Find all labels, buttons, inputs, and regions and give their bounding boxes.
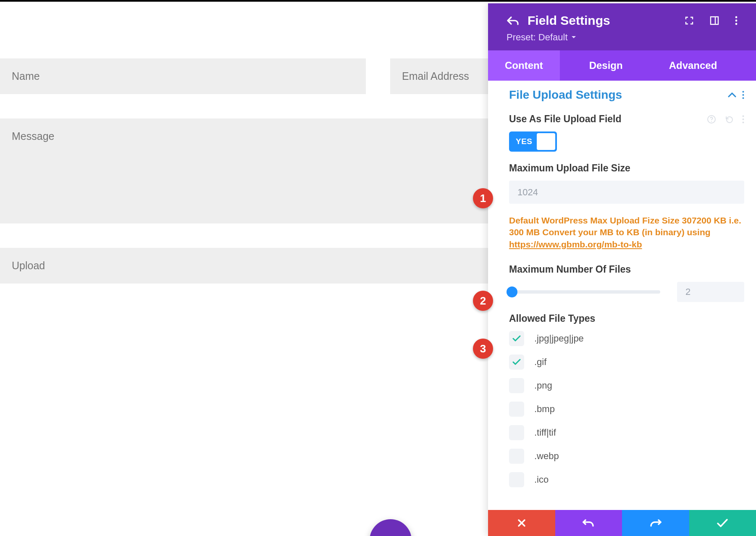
hint-link[interactable]: https://www.gbmb.org/mb-to-kb bbox=[509, 239, 642, 249]
redo-button[interactable] bbox=[622, 510, 689, 536]
file-type-label: .bmp bbox=[534, 404, 555, 415]
svg-point-2 bbox=[735, 16, 738, 18]
file-type-row[interactable]: .png bbox=[509, 378, 744, 393]
file-type-checkbox[interactable] bbox=[509, 449, 524, 464]
panel-header: Field Settings Preset: Default bbox=[488, 3, 756, 50]
file-type-label: .gif bbox=[534, 357, 546, 368]
svg-rect-0 bbox=[711, 17, 718, 24]
file-type-label: .jpg|jpeg|jpe bbox=[534, 333, 584, 344]
file-type-checkbox[interactable] bbox=[509, 331, 524, 346]
file-type-row[interactable]: .bmp bbox=[509, 402, 744, 417]
panel-action-bar bbox=[488, 510, 756, 536]
preset-selector[interactable]: Preset: Default bbox=[507, 32, 738, 43]
section-title: File Upload Settings bbox=[509, 88, 622, 102]
file-type-row[interactable]: .ico bbox=[509, 472, 744, 487]
svg-point-6 bbox=[743, 94, 744, 96]
file-type-label: .png bbox=[534, 380, 552, 391]
svg-point-11 bbox=[743, 118, 744, 120]
tab-design[interactable]: Design bbox=[572, 50, 640, 81]
file-type-checkbox[interactable] bbox=[509, 402, 524, 417]
file-type-row[interactable]: .jpg|jpeg|jpe bbox=[509, 331, 744, 346]
reset-icon[interactable] bbox=[724, 115, 734, 124]
svg-point-3 bbox=[735, 20, 738, 22]
option-more-icon[interactable] bbox=[742, 115, 744, 124]
file-type-row[interactable]: .tiff|tif bbox=[509, 425, 744, 440]
annotation-badge-1: 1 bbox=[473, 188, 493, 208]
max-files-slider[interactable] bbox=[509, 290, 660, 294]
file-type-label: .tiff|tif bbox=[534, 427, 556, 438]
panel-tabs: Content Design Advanced bbox=[488, 50, 756, 81]
more-icon[interactable] bbox=[735, 16, 738, 25]
slider-thumb[interactable] bbox=[507, 286, 517, 297]
preset-label: Preset: Default bbox=[507, 32, 568, 43]
file-type-row[interactable]: .gif bbox=[509, 355, 744, 370]
help-icon[interactable] bbox=[707, 115, 716, 124]
use-as-file-upload-label: Use As File Upload Field bbox=[509, 113, 622, 125]
expand-icon[interactable] bbox=[685, 16, 694, 25]
svg-point-5 bbox=[743, 91, 744, 93]
collapse-icon[interactable] bbox=[728, 92, 736, 97]
file-type-label: .ico bbox=[534, 474, 549, 485]
svg-point-9 bbox=[711, 121, 712, 122]
max-upload-size-label: Maximum Upload File Size bbox=[509, 163, 630, 174]
tab-advanced[interactable]: Advanced bbox=[652, 50, 734, 81]
max-files-value[interactable] bbox=[677, 282, 744, 302]
annotation-badge-3: 3 bbox=[473, 339, 493, 359]
max-files-label: Maximum Number Of Files bbox=[509, 264, 631, 275]
name-field[interactable] bbox=[0, 58, 366, 94]
settings-panel: Field Settings Preset: Default Content D… bbox=[488, 3, 756, 536]
file-type-row[interactable]: .webp bbox=[509, 449, 744, 464]
svg-point-4 bbox=[735, 23, 738, 25]
upload-size-hint: Default WordPress Max Upload Fize Size 3… bbox=[509, 215, 744, 250]
svg-point-7 bbox=[743, 97, 744, 99]
use-as-file-upload-toggle[interactable]: YES bbox=[509, 131, 557, 152]
annotation-badge-2: 2 bbox=[473, 291, 493, 311]
toggle-knob bbox=[537, 133, 555, 150]
section-more-icon[interactable] bbox=[742, 91, 744, 99]
allowed-types-label: Allowed File Types bbox=[509, 313, 595, 324]
undo-button[interactable] bbox=[555, 510, 622, 536]
svg-point-12 bbox=[743, 121, 744, 123]
file-types-list: .jpg|jpeg|jpe.gif.png.bmp.tiff|tif.webp.… bbox=[509, 331, 744, 487]
file-type-checkbox[interactable] bbox=[509, 355, 524, 370]
back-icon[interactable] bbox=[507, 15, 519, 26]
file-type-checkbox[interactable] bbox=[509, 425, 524, 440]
panel-body: File Upload Settings Use As File Upload … bbox=[488, 81, 756, 510]
confirm-button[interactable] bbox=[689, 510, 756, 536]
file-type-checkbox[interactable] bbox=[509, 472, 524, 487]
dock-icon[interactable] bbox=[710, 16, 719, 25]
tab-content[interactable]: Content bbox=[488, 50, 560, 81]
file-type-checkbox[interactable] bbox=[509, 378, 524, 393]
max-upload-size-input[interactable] bbox=[509, 181, 744, 204]
svg-point-10 bbox=[743, 115, 744, 117]
file-type-label: .webp bbox=[534, 451, 559, 462]
section-header[interactable]: File Upload Settings bbox=[509, 88, 744, 102]
panel-title: Field Settings bbox=[528, 13, 610, 28]
toggle-yes-label: YES bbox=[516, 137, 533, 146]
caret-down-icon bbox=[571, 36, 576, 39]
cancel-button[interactable] bbox=[488, 510, 555, 536]
